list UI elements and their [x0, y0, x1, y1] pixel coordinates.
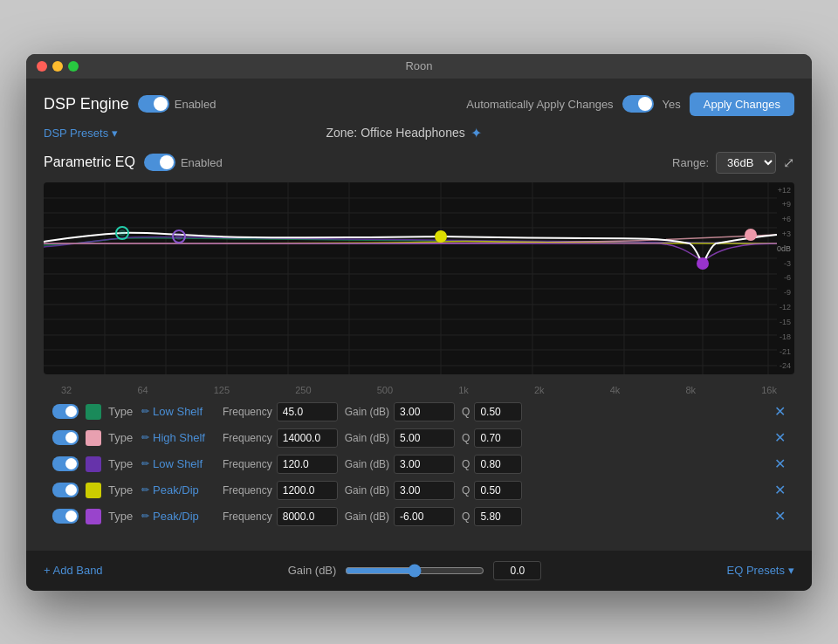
band-5-gain-group: Gain (dB) — [345, 507, 455, 526]
band-2-type-label: Type — [108, 431, 134, 444]
dsp-title: DSP Engine — [44, 95, 129, 113]
band-2-q-input[interactable] — [474, 428, 522, 448]
band-4-freq-label: Frequency — [223, 484, 272, 497]
band-row: Type ✏ Peak/Dip Frequency Gain (dB) Q — [44, 507, 794, 526]
band-4-color — [86, 483, 101, 498]
global-gain-value[interactable] — [493, 561, 541, 580]
band-5-gain-input[interactable] — [394, 507, 455, 526]
peq-enabled-label: Enabled — [181, 156, 223, 169]
band-3-close-button[interactable]: ✕ — [774, 456, 786, 472]
bands-container: Type ✏ Low Shelf Frequency Gain (dB) Q — [44, 402, 794, 526]
auto-apply-yes-label: Yes — [663, 98, 681, 111]
band-1-freq-input[interactable] — [277, 402, 338, 421]
band-2-q-label: Q — [462, 432, 470, 444]
expand-button[interactable]: ⤢ — [783, 154, 794, 171]
band-3-q-input[interactable] — [474, 455, 522, 474]
band-1-freq-group: Frequency — [223, 402, 338, 421]
band-row: Type ✏ Peak/Dip Frequency Gain (dB) Q — [44, 481, 794, 500]
band-1-toggle[interactable] — [52, 404, 79, 419]
band-2-gain-input[interactable] — [394, 428, 455, 448]
dsp-enabled-toggle[interactable] — [138, 95, 169, 113]
svg-point-28 — [697, 257, 709, 270]
minimize-button[interactable] — [52, 61, 63, 72]
range-control: Range: 36dB 12dB 24dB ⤢ — [672, 152, 794, 174]
band-4-q-group: Q — [462, 481, 522, 500]
band-2-type-link[interactable]: ✏ High Shelf — [141, 431, 216, 444]
maximize-button[interactable] — [68, 61, 79, 72]
band-1-gain-input[interactable] — [394, 402, 455, 421]
band-4-q-input[interactable] — [474, 481, 522, 500]
titlebar: Roon — [26, 54, 812, 79]
band-5-type-link[interactable]: ✏ Peak/Dip — [141, 510, 216, 523]
band-1-q-input[interactable] — [474, 402, 522, 421]
band-1-q-group: Q — [462, 402, 522, 421]
band-3-gain-label: Gain (dB) — [345, 458, 389, 470]
traffic-lights — [37, 61, 79, 72]
range-label: Range: — [672, 156, 709, 169]
band-3-freq-input[interactable] — [277, 455, 338, 474]
band-5-gain-label: Gain (dB) — [345, 510, 389, 523]
global-gain-slider[interactable] — [345, 564, 484, 578]
band-4-freq-group: Frequency — [223, 481, 338, 500]
peq-left: Parametric EQ Enabled — [44, 154, 223, 171]
band-1-close-button[interactable]: ✕ — [774, 403, 786, 420]
band-2-color — [86, 430, 101, 446]
band-2-toggle[interactable] — [52, 430, 79, 445]
global-gain-control: Gain (dB) — [288, 561, 542, 580]
pencil-icon: ✏ — [141, 458, 149, 469]
pencil-icon: ✏ — [141, 432, 149, 443]
dsp-presets-button[interactable]: DSP Presets ▾ — [44, 127, 118, 140]
band-3-type-link[interactable]: ✏ Low Shelf — [141, 457, 216, 470]
main-window: Roon DSP Engine Enabled Automatically Ap… — [26, 54, 812, 591]
band-2-close-button[interactable]: ✕ — [774, 429, 786, 446]
pencil-icon: ✏ — [141, 484, 149, 496]
band-4-close-button[interactable]: ✕ — [774, 482, 786, 498]
band-3-type-label: Type — [108, 457, 134, 470]
band-2-freq-input[interactable] — [277, 428, 338, 448]
band-1-color — [86, 404, 101, 420]
band-4-gain-input[interactable] — [394, 481, 455, 500]
band-3-toggle[interactable] — [52, 456, 79, 471]
band-row: Type ✏ High Shelf Frequency Gain (dB) Q — [44, 428, 794, 448]
dsp-header-left: DSP Engine Enabled — [44, 95, 216, 113]
band-4-toggle[interactable] — [52, 483, 79, 497]
auto-apply-toggle[interactable] — [622, 95, 654, 113]
dsp-enabled-label: Enabled — [175, 98, 216, 111]
close-button[interactable] — [37, 61, 47, 72]
apply-changes-button[interactable]: Apply Changes — [690, 92, 794, 116]
band-5-color — [86, 509, 101, 524]
peq-enabled-toggle[interactable] — [144, 154, 175, 171]
band-4-freq-input[interactable] — [277, 481, 338, 500]
band-4-gain-group: Gain (dB) — [345, 481, 455, 500]
band-1-type-label: Type — [108, 405, 134, 418]
band-5-freq-group: Frequency — [223, 507, 338, 526]
zone-icon: ✦ — [471, 125, 482, 141]
add-band-button[interactable]: + Add Band — [44, 564, 103, 577]
band-5-toggle[interactable] — [52, 509, 79, 524]
band-5-freq-input[interactable] — [277, 507, 338, 526]
chart-x-labels: 32 64 125 250 500 1k 2k 4k 8k 16k — [44, 383, 794, 402]
eq-presets-button[interactable]: EQ Presets ▾ — [727, 564, 794, 577]
main-content: DSP Engine Enabled Automatically Apply C… — [26, 79, 812, 551]
band-5-type-label: Type — [108, 510, 134, 523]
band-1-gain-group: Gain (dB) — [345, 402, 455, 421]
dsp-enabled-toggle-container: Enabled — [138, 95, 216, 113]
chart-y-labels: +12 +9 +6 +3 0dB -3 -6 -9 -12 -15 -18 -2… — [777, 182, 791, 374]
svg-point-25 — [175, 233, 182, 240]
band-4-type-link[interactable]: ✏ Peak/Dip — [141, 483, 216, 497]
eq-chart: +12 +9 +6 +3 0dB -3 -6 -9 -12 -15 -18 -2… — [44, 182, 794, 374]
band-2-gain-group: Gain (dB) — [345, 428, 455, 448]
band-1-q-label: Q — [462, 406, 470, 418]
band-1-type-link[interactable]: ✏ Low Shelf — [141, 405, 216, 418]
band-5-q-input[interactable] — [474, 507, 522, 526]
presets-row: DSP Presets ▾ Zone: Office Headphones ✦ — [44, 125, 794, 141]
band-3-freq-label: Frequency — [223, 458, 272, 470]
band-2-q-group: Q — [462, 428, 522, 448]
zone-label: Zone: Office Headphones ✦ — [326, 125, 481, 141]
range-select[interactable]: 36dB 12dB 24dB — [716, 152, 776, 174]
band-5-close-button[interactable]: ✕ — [774, 508, 786, 524]
band-3-gain-input[interactable] — [394, 455, 455, 474]
dsp-header-row: DSP Engine Enabled Automatically Apply C… — [44, 92, 794, 116]
band-3-q-label: Q — [462, 458, 470, 470]
band-2-gain-label: Gain (dB) — [345, 432, 389, 444]
